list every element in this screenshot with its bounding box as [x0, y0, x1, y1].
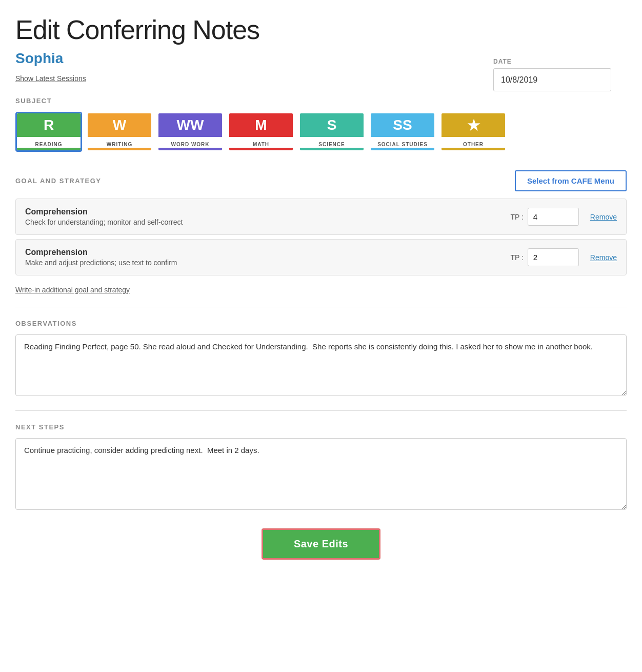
divider — [15, 307, 627, 307]
goal-text-1: ComprehensionMake and adjust predictions… — [25, 248, 500, 267]
subject-card-writing[interactable]: WWRITING — [86, 112, 153, 152]
date-input-wrapper — [493, 68, 611, 91]
subject-name-socialstudies: SOCIAL STUDIES — [377, 142, 428, 147]
goal-item: ComprehensionCheck for understanding; mo… — [15, 199, 627, 235]
subject-card-math[interactable]: MMATH — [228, 112, 294, 152]
show-sessions-link[interactable]: Show Latest Sessions — [15, 74, 86, 83]
subject-name-area-reading: READING — [17, 137, 81, 150]
subject-name-reading: READING — [35, 142, 62, 147]
subject-name-area-math: MATH — [229, 137, 293, 150]
observations-textarea[interactable] — [15, 334, 627, 396]
subject-letter-other: ★ — [467, 117, 480, 134]
subject-name-other: OTHER — [463, 142, 484, 147]
observations-label: OBSERVATIONS — [15, 320, 627, 327]
next-steps-label: NEXT STEPS — [15, 423, 627, 431]
write-in-link[interactable]: Write-in additional goal and strategy — [15, 286, 130, 294]
calendar-button[interactable] — [611, 69, 611, 91]
subject-name-area-socialstudies: SOCIAL STUDIES — [371, 137, 434, 150]
subject-letter-writing: W — [113, 117, 126, 133]
goal-title-1: Comprehension — [25, 248, 500, 257]
next-steps-textarea[interactable] — [15, 438, 627, 510]
divider-2 — [15, 410, 627, 411]
subject-letter-wordwork: WW — [177, 117, 204, 133]
goal-item: ComprehensionMake and adjust predictions… — [15, 239, 627, 275]
subject-name-area-writing: WRITING — [88, 137, 151, 150]
remove-link-0[interactable]: Remove — [590, 213, 617, 221]
goal-title-0: Comprehension — [25, 207, 500, 216]
remove-link-1[interactable]: Remove — [590, 253, 617, 262]
subject-name-area-science: SCIENCE — [300, 137, 364, 150]
subject-card-wordwork[interactable]: WWWORD WORK — [157, 112, 224, 152]
goal-tp-0: TP : — [510, 208, 578, 226]
subject-letter-area-reading: R — [17, 113, 81, 137]
goal-desc-0: Check for understanding; monitor and sel… — [25, 218, 500, 226]
tp-label-1: TP : — [510, 253, 523, 262]
page-title: Edit Conferring Notes — [15, 14, 627, 45]
subject-letter-math: M — [255, 117, 267, 133]
subject-letter-area-socialstudies: SS — [371, 113, 434, 137]
subject-letter-area-other: ★ — [442, 113, 505, 137]
goal-header: GOAL AND STRATEGY Select from CAFE Menu — [15, 170, 627, 191]
subject-letter-reading: R — [44, 117, 54, 133]
goals-container: ComprehensionCheck for understanding; mo… — [15, 199, 627, 275]
subject-letter-science: S — [327, 117, 337, 133]
tp-label-0: TP : — [510, 213, 523, 221]
subject-card-reading[interactable]: RREADING — [15, 112, 82, 152]
subject-name-wordwork: WORD WORK — [171, 142, 209, 147]
subject-name-area-other: OTHER — [442, 137, 505, 150]
subject-label: SUBJECT — [15, 97, 627, 105]
subject-card-science[interactable]: SSCIENCE — [298, 112, 365, 152]
subject-name-writing: WRITING — [107, 142, 132, 147]
subject-row: RREADINGWWRITINGWWWORD WORKMMATHSSCIENCE… — [15, 112, 627, 152]
goal-desc-1: Make and adjust predictions; use text to… — [25, 259, 500, 267]
save-edits-button[interactable]: Save Edits — [262, 528, 380, 560]
date-input[interactable] — [494, 70, 611, 90]
date-label: DATE — [493, 58, 512, 65]
subject-letter-area-math: M — [229, 113, 293, 137]
goal-text-0: ComprehensionCheck for understanding; mo… — [25, 207, 500, 226]
subject-name-science: SCIENCE — [318, 142, 345, 147]
subject-letter-socialstudies: SS — [393, 117, 412, 133]
subject-name-area-wordwork: WORD WORK — [158, 137, 222, 150]
subject-letter-area-wordwork: WW — [158, 113, 222, 137]
date-section: DATE — [493, 58, 611, 91]
cafe-menu-button[interactable]: Select from CAFE Menu — [515, 170, 627, 191]
subject-name-math: MATH — [253, 142, 269, 147]
tp-input-0[interactable] — [528, 208, 579, 226]
goal-strategy-label: GOAL AND STRATEGY — [15, 177, 102, 185]
goal-tp-1: TP : — [510, 248, 578, 266]
subject-card-socialstudies[interactable]: SSSOCIAL STUDIES — [369, 112, 436, 152]
subject-card-other[interactable]: ★OTHER — [440, 112, 507, 152]
subject-letter-area-writing: W — [88, 113, 151, 137]
subject-letter-area-science: S — [300, 113, 364, 137]
tp-input-1[interactable] — [528, 248, 579, 266]
